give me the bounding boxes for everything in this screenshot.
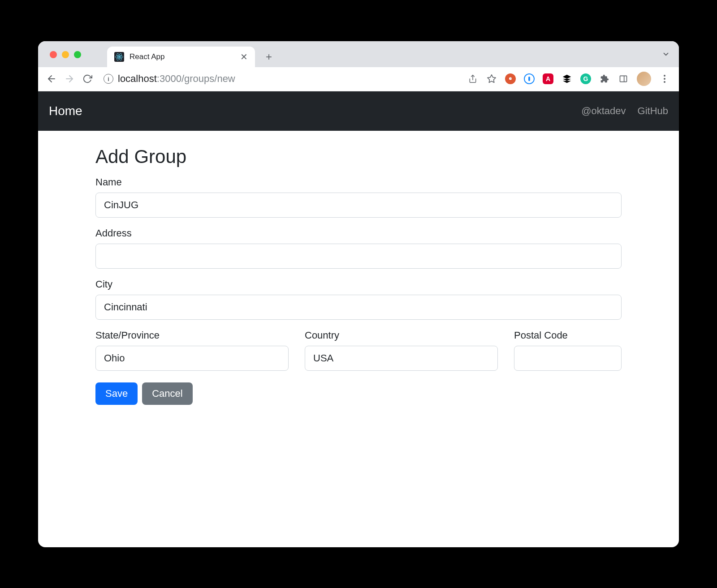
browser-tab-strip: React App ✕ + <box>38 41 679 67</box>
bookmark-star-icon[interactable] <box>486 73 497 84</box>
grammarly-extension-icon[interactable]: G <box>580 73 591 84</box>
form-group-state: State/Province <box>95 330 289 371</box>
name-input[interactable] <box>95 193 622 218</box>
extensions-puzzle-icon[interactable] <box>599 73 610 84</box>
window-controls <box>50 51 81 58</box>
country-input[interactable] <box>305 346 498 371</box>
url-text: localhost:3000/groups/new <box>118 73 235 85</box>
navbar-link-github[interactable]: GitHub <box>638 105 668 117</box>
country-label: Country <box>305 330 498 341</box>
close-tab-icon[interactable]: ✕ <box>240 52 248 62</box>
url-bar[interactable]: i localhost:3000/groups/new <box>99 73 462 85</box>
address-label: Address <box>95 227 622 239</box>
browser-address-bar: i localhost:3000/groups/new A G <box>38 67 679 91</box>
form-group-address: Address <box>95 227 622 269</box>
browser-tab-active[interactable]: React App ✕ <box>107 47 255 67</box>
chrome-menu-icon[interactable] <box>659 73 670 84</box>
postal-input[interactable] <box>514 346 622 371</box>
react-favicon-icon <box>114 52 124 62</box>
form-group-postal: Postal Code <box>514 330 622 371</box>
maximize-window-button[interactable] <box>74 51 81 58</box>
new-tab-button[interactable]: + <box>260 48 277 65</box>
svg-point-9 <box>509 77 512 80</box>
name-label: Name <box>95 176 622 188</box>
tabs-dropdown-icon[interactable] <box>662 50 670 60</box>
svg-rect-13 <box>620 76 627 82</box>
form-group-name: Name <box>95 176 622 218</box>
tab-title: React App <box>130 52 235 61</box>
minimize-window-button[interactable] <box>62 51 69 58</box>
buffer-extension-icon[interactable] <box>562 73 572 84</box>
profile-avatar[interactable] <box>637 72 651 86</box>
form-group-country: Country <box>305 330 498 371</box>
svg-marker-7 <box>488 75 496 82</box>
app-navbar: Home @oktadev GitHub <box>38 91 679 131</box>
navbar-right: @oktadev GitHub <box>581 105 668 117</box>
form-actions: Save Cancel <box>95 382 622 405</box>
onepassword-extension-icon[interactable] <box>524 73 535 84</box>
svg-point-10 <box>510 78 511 78</box>
cancel-button[interactable]: Cancel <box>142 382 192 405</box>
navbar-brand[interactable]: Home <box>49 104 82 118</box>
postal-label: Postal Code <box>514 330 622 341</box>
add-group-form: Name Address City State/Province Country <box>95 176 622 405</box>
browser-window: React App ✕ + i localhost:3000/groups/ne… <box>38 41 679 547</box>
side-panel-icon[interactable] <box>618 73 629 84</box>
navbar-link-oktadev[interactable]: @oktadev <box>581 105 626 117</box>
toolbar-right: A G <box>467 72 672 86</box>
close-window-button[interactable] <box>50 51 57 58</box>
svg-rect-12 <box>528 77 530 81</box>
city-input[interactable] <box>95 295 622 320</box>
site-info-icon[interactable]: i <box>104 74 113 84</box>
share-icon[interactable] <box>467 73 478 84</box>
reload-icon[interactable] <box>81 73 94 85</box>
page-title: Add Group <box>95 146 622 167</box>
page-content: Add Group Name Address City State/Provin… <box>38 131 679 547</box>
address-input[interactable] <box>95 244 622 269</box>
save-button[interactable]: Save <box>95 382 138 405</box>
back-icon[interactable] <box>45 73 58 85</box>
form-row-location: State/Province Country Postal Code <box>95 330 622 381</box>
city-label: City <box>95 279 622 290</box>
duckduckgo-extension-icon[interactable] <box>505 73 516 84</box>
forward-icon[interactable] <box>63 73 76 85</box>
form-group-city: City <box>95 279 622 320</box>
state-input[interactable] <box>95 346 289 371</box>
svg-point-0 <box>118 56 120 57</box>
angular-extension-icon[interactable]: A <box>543 73 553 84</box>
state-label: State/Province <box>95 330 289 341</box>
